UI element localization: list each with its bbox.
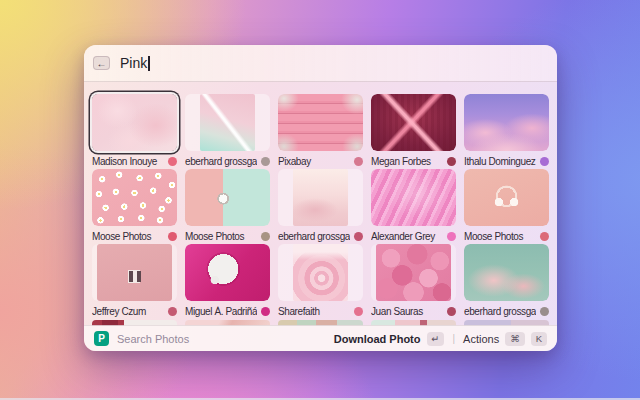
actions-menu-button[interactable]: Actions (463, 333, 499, 345)
headphones-photo (464, 169, 549, 226)
pink-feathers-photo (371, 169, 456, 226)
author-name: Moose Photos (185, 231, 257, 242)
photo-thumbnail-frame (92, 94, 177, 151)
photo-caption: Moose Photos (92, 230, 177, 242)
photo-thumbnail-frame (185, 244, 270, 301)
speech-bubble-photo (185, 244, 270, 301)
purple-sunset-photo (464, 94, 549, 151)
pink-wall-photo (97, 244, 172, 301)
photo-caption: Madison Inouye (92, 155, 177, 167)
author-name: Madison Inouye (92, 156, 164, 167)
author-name: eberhard grossga... (185, 156, 257, 167)
photo-result[interactable]: Miguel Á. Padriñán (185, 244, 270, 317)
author-avatar-dot (447, 157, 456, 166)
footer-bar: P Search Photos Download Photo ↵ | Actio… (84, 325, 557, 351)
author-name: Juan Sauras (371, 306, 443, 317)
photo-results-grid: Madison Inouyeeberhard grossga...Pixabay… (92, 94, 549, 317)
author-avatar-dot (168, 157, 177, 166)
photo-caption: Ithalu Dominguez (464, 155, 549, 167)
arrow-left-icon: ← (97, 58, 107, 69)
photo-caption: Sharefaith (278, 305, 363, 317)
photo-caption: Alexander Grey (371, 230, 456, 242)
author-avatar-dot (354, 232, 363, 241)
photo-thumbnail-frame (464, 244, 549, 301)
photo-result[interactable]: eberhard grossga... (185, 94, 270, 167)
author-avatar-dot (540, 232, 549, 241)
photo-caption: Megan Forbes (371, 155, 456, 167)
photo-thumbnail-frame (371, 169, 456, 226)
photo-result[interactable]: Ithalu Dominguez (464, 94, 549, 167)
photo-thumbnail-frame (464, 169, 549, 226)
photo-result[interactable]: Pixabay (278, 94, 363, 167)
back-button[interactable]: ← (93, 56, 110, 70)
k-key-badge: K (531, 332, 547, 346)
author-avatar-dot (354, 157, 363, 166)
author-name: Ithalu Dominguez (464, 156, 536, 167)
desktop-wallpaper: ← Pink Madison Inouyeeberhard grossga...… (0, 0, 640, 400)
author-avatar-dot (261, 232, 270, 241)
photo-caption: eberhard grossga... (278, 230, 363, 242)
author-avatar-dot (261, 307, 270, 316)
photo-caption: Moose Photos (185, 230, 270, 242)
author-name: Megan Forbes (371, 156, 443, 167)
author-avatar-dot (540, 157, 549, 166)
search-query-text: Pink (120, 55, 147, 71)
photo-caption: Pixabay (278, 155, 363, 167)
text-cursor (148, 56, 150, 71)
photo-thumbnail-frame (185, 94, 270, 151)
photo-thumbnail-frame (464, 94, 549, 151)
photo-thumbnail-frame (278, 94, 363, 151)
photo-result[interactable]: Moose Photos (464, 169, 549, 242)
photo-thumbnail-frame (92, 169, 177, 226)
photo-caption: Juan Sauras (371, 305, 456, 317)
author-avatar-dot (168, 307, 177, 316)
photo-result[interactable]: Moose Photos (185, 169, 270, 242)
enter-key-badge: ↵ (427, 332, 445, 346)
footer-divider: | (452, 333, 455, 344)
photo-thumbnail-frame (185, 169, 270, 226)
alarm-clock-photo (185, 169, 270, 226)
author-name: Alexander Grey (371, 231, 443, 242)
photo-result[interactable]: Alexander Grey (371, 169, 456, 242)
photo-result[interactable]: Jeffrey Czum (92, 244, 177, 317)
hydrangea-photo (376, 244, 451, 301)
author-name: Jeffrey Czum (92, 306, 164, 317)
photo-thumbnail-frame (371, 244, 456, 301)
pastel-streak-photo (200, 94, 254, 151)
photo-caption: Jeffrey Czum (92, 305, 177, 317)
app-label: Search Photos (117, 333, 189, 345)
results-area: Madison Inouyeeberhard grossga...Pixabay… (84, 82, 557, 326)
photo-result[interactable]: Sharefaith (278, 244, 363, 317)
author-avatar-dot (168, 232, 177, 241)
photo-caption: eberhard grossga... (185, 155, 270, 167)
photo-result[interactable]: eberhard grossga... (278, 169, 363, 242)
pexels-logo-icon: P (94, 331, 109, 346)
photo-result[interactable]: Madison Inouye (92, 94, 177, 167)
author-name: Moose Photos (92, 231, 164, 242)
author-name: Moose Photos (464, 231, 536, 242)
download-photo-action[interactable]: Download Photo (334, 333, 421, 345)
author-avatar-dot (540, 307, 549, 316)
search-header: ← Pink (84, 45, 557, 82)
author-avatar-dot (447, 232, 456, 241)
author-name: eberhard grossga... (278, 231, 350, 242)
neon-lines-photo (371, 94, 456, 151)
cmd-key-badge: ⌘ (505, 332, 525, 346)
author-avatar-dot (447, 307, 456, 316)
photo-result[interactable]: Moose Photos (92, 169, 177, 242)
author-name: eberhard grossga... (464, 306, 536, 317)
photo-caption: eberhard grossga... (464, 305, 549, 317)
author-name: Pixabay (278, 156, 350, 167)
photo-result[interactable]: Megan Forbes (371, 94, 456, 167)
photo-result[interactable]: eberhard grossga... (464, 244, 549, 317)
pink-clouds-photo (92, 94, 177, 151)
pink-planks-photo (278, 94, 363, 151)
photo-thumbnail-frame (92, 244, 177, 301)
daisies-photo (92, 169, 177, 226)
author-avatar-dot (354, 307, 363, 316)
photo-thumbnail-frame (278, 169, 363, 226)
photo-caption: Miguel Á. Padriñán (185, 305, 270, 317)
search-input[interactable]: Pink (120, 55, 150, 71)
photo-result[interactable]: Juan Sauras (371, 244, 456, 317)
author-avatar-dot (261, 157, 270, 166)
